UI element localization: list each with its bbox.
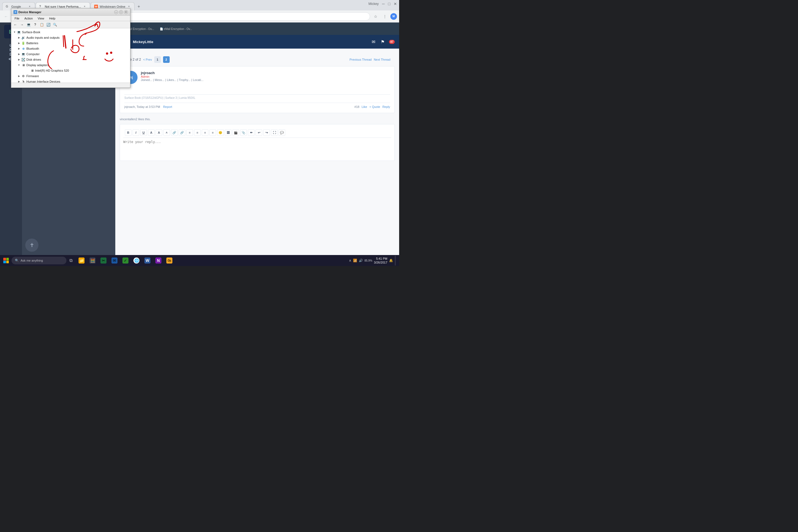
indent-btn[interactable]: ≡ [202, 129, 208, 136]
reply-btn[interactable]: Reply [382, 105, 390, 109]
emoji-btn[interactable]: 🙂 [217, 129, 224, 136]
dm-bluetooth-expand[interactable]: ▶ [17, 46, 21, 51]
next-thread-btn[interactable]: Next Thread [374, 58, 391, 61]
dm-menu-action[interactable]: Action [22, 16, 35, 21]
dm-bluetooth[interactable]: ▶ ⊕ Bluetooth [11, 46, 130, 51]
font-size-btn[interactable]: A [156, 129, 162, 136]
image-btn[interactable]: 🖼 [225, 129, 231, 136]
tray-volume-icon[interactable]: 🔊 [359, 259, 363, 262]
taskbar-checkmark[interactable]: ✓ [120, 255, 131, 265]
maximize-btn[interactable]: □ [388, 2, 391, 6]
quote-btn[interactable]: + Quote [369, 105, 380, 109]
prev-thread-btn[interactable]: Previous Thread [349, 58, 372, 61]
dm-batteries-expand[interactable]: ▶ [17, 41, 21, 45]
menu-btn[interactable]: ⋮ [381, 13, 389, 20]
dm-hid[interactable]: ▶ 🖱 Human Interface Devices [11, 79, 130, 83]
dm-back-btn[interactable]: ← [12, 22, 18, 28]
dm-disk[interactable]: ▶ 💽 Disk drives [11, 57, 130, 62]
tray-network-icon[interactable]: 📶 [353, 259, 357, 262]
task-view-btn[interactable]: ⧉ [67, 256, 75, 264]
taskbar-snip[interactable]: ✂ [98, 255, 109, 265]
page-2-btn[interactable]: 2 [163, 56, 170, 63]
taskbar-onenote[interactable]: N [153, 255, 164, 265]
dm-menu-view[interactable]: View [35, 16, 46, 21]
bookmark-btn[interactable]: ☆ [372, 13, 379, 20]
dm-batteries[interactable]: ▶ 🔋 Batteries [11, 40, 130, 46]
mail-icon[interactable]: ✉ [370, 38, 376, 45]
dm-audio-expand[interactable]: ▶ [17, 35, 21, 40]
dm-firmware-expand[interactable]: ▶ [17, 74, 21, 78]
media-btn[interactable]: 🎬 [232, 129, 239, 136]
dm-computer-expand[interactable]: ▶ [17, 52, 21, 56]
unlink-btn[interactable]: 🔗 [179, 129, 185, 136]
redo-btn[interactable]: ↪ [263, 129, 270, 136]
dm-scan-btn[interactable]: 🔍 [52, 22, 58, 28]
tray-notifications-icon[interactable]: 🔔 [389, 259, 393, 262]
device-manager-window[interactable]: ⊞ Device Manager ─ □ ✕ File Action View … [11, 8, 130, 88]
tab-google-close[interactable]: × [28, 5, 32, 8]
show-desktop-btn[interactable] [395, 255, 396, 265]
flag-icon[interactable]: ⚑ [380, 38, 386, 45]
close-browser-btn[interactable]: ✕ [394, 2, 397, 6]
back-btn[interactable]: ← [2, 13, 10, 20]
dm-update-btn[interactable]: 🔄 [45, 22, 51, 28]
report-btn[interactable]: Report [163, 105, 172, 109]
draw-btn[interactable]: ✏ [248, 129, 254, 136]
nav-tab-email2[interactable]: 📄 eMail Encryption - Ov... [158, 26, 194, 32]
reply-editor[interactable]: B I U A A A 🔗 🔗 ≡ ≡ ≡ ≡ 🙂 [120, 124, 395, 161]
dm-device-tree[interactable]: ▼ 💻 Surface-Book ▶ 🔊 Audio inputs and ou… [11, 28, 130, 83]
taskbar-explorer[interactable]: 📁 [76, 255, 87, 265]
system-clock[interactable]: 5:41 PM 3/26/2017 [374, 256, 387, 265]
italic-btn[interactable]: I [133, 129, 139, 136]
like-btn[interactable]: Like [362, 105, 367, 109]
taskbar-word[interactable]: W [142, 255, 153, 265]
taskbar-mail[interactable]: ✉ [109, 255, 120, 265]
dm-display[interactable]: ▼ 🖥 Display adapters [11, 62, 130, 68]
minimize-btn[interactable]: ─ [382, 2, 385, 6]
taskbar-chrome[interactable]: 🌐 [131, 255, 141, 265]
dm-properties-btn[interactable]: 📋 [39, 22, 45, 28]
new-tab-button[interactable]: + [135, 3, 143, 11]
dm-disk-expand[interactable]: ▶ [17, 57, 21, 62]
dm-intel-graphics[interactable]: 🖥 Intel(R) HD Graphics 520 [11, 68, 130, 73]
color-btn[interactable]: A [148, 129, 155, 136]
tab-perf-close[interactable]: × [83, 5, 87, 8]
fullscreen-btn[interactable]: ⛶ [271, 129, 278, 136]
dm-firmware[interactable]: ▶ ⚙ Firmware [11, 73, 130, 79]
chrome-avatar[interactable]: M [391, 13, 397, 20]
dm-close-btn[interactable]: ✕ [124, 10, 128, 14]
taskbar-store[interactable]: 🛍 [164, 255, 175, 265]
tab-windstream-close[interactable]: × [127, 5, 131, 8]
forum-main-area[interactable]: Page 2 of 2 < Prev 1 2 Previous Thread N… [115, 49, 399, 255]
dm-hid-expand[interactable]: ▶ [17, 79, 21, 83]
dm-help-btn[interactable]: ? [32, 22, 38, 28]
dm-menu-help[interactable]: Help [47, 16, 58, 21]
dm-maximize-btn[interactable]: □ [119, 10, 123, 14]
start-button[interactable] [1, 255, 11, 265]
link-btn[interactable]: 🔗 [171, 129, 177, 136]
prev-btn[interactable]: < Prev [143, 58, 152, 61]
page-1-btn[interactable]: 1 [154, 56, 161, 63]
bold-btn[interactable]: B [125, 129, 132, 136]
undo-btn[interactable]: ↩ [255, 129, 262, 136]
dm-computer[interactable]: ▶ 💻 Computer [11, 51, 130, 57]
dm-display-expand[interactable]: ▼ [17, 63, 21, 67]
taskbar-search-bar[interactable]: 🔍 Ask me anything [12, 256, 66, 264]
align-btn[interactable]: ≡ [186, 129, 193, 136]
tray-expand-icon[interactable]: ∧ [349, 259, 352, 262]
dm-root-expand[interactable]: ▼ [12, 30, 17, 34]
reply-textarea[interactable] [123, 140, 391, 156]
taskbar-calculator[interactable]: 🧮 [87, 255, 98, 265]
dm-computer-btn[interactable]: 💻 [25, 22, 32, 28]
attach-btn[interactable]: 📎 [240, 129, 247, 136]
outdent-btn[interactable]: ≡ [209, 129, 216, 136]
dm-forward-btn[interactable]: → [19, 22, 25, 28]
dm-audio[interactable]: ▶ 🔊 Audio inputs and outputs [11, 35, 130, 40]
dm-minimize-btn[interactable]: ─ [114, 10, 118, 14]
dm-root-node[interactable]: ▼ 💻 Surface-Book [11, 30, 130, 35]
source-btn[interactable]: 💬 [279, 129, 285, 136]
underline-btn[interactable]: U [140, 129, 147, 136]
list-btn[interactable]: ≡ [194, 129, 201, 136]
dm-menu-file[interactable]: File [12, 16, 22, 21]
font-small-btn[interactable]: A [163, 129, 170, 136]
